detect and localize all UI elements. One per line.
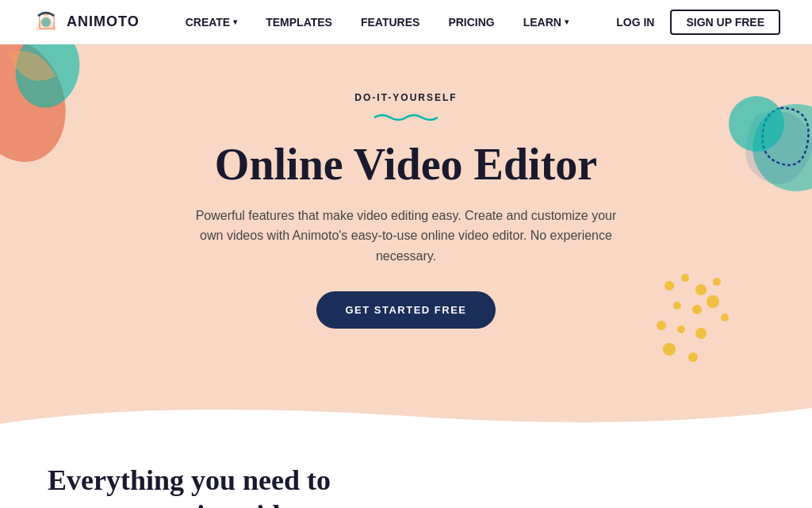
decorative-teal-circle <box>725 92 788 159</box>
svg-point-12 <box>707 295 719 308</box>
decorative-dots <box>653 270 733 368</box>
hero-title: Online Video Editor <box>0 140 812 190</box>
chevron-down-icon: ▾ <box>233 17 237 26</box>
svg-point-2 <box>41 17 51 27</box>
svg-point-17 <box>663 343 676 356</box>
login-button[interactable]: LOG IN <box>616 16 654 29</box>
nav-links: CREATE ▾ TEMPLATES FEATURES PRICING LEAR… <box>171 0 617 44</box>
hero-wave-decoration <box>0 110 812 128</box>
svg-point-10 <box>673 302 681 310</box>
brand-name: ANIMOTO <box>67 13 140 30</box>
svg-point-16 <box>695 328 707 339</box>
nav-create[interactable]: CREATE ▾ <box>171 0 252 44</box>
svg-point-13 <box>721 314 729 321</box>
get-started-button[interactable]: GET STARTED FREE <box>316 291 495 329</box>
nav-right: LOG IN SIGN UP FREE <box>616 10 780 35</box>
nav-templates[interactable]: TEMPLATES <box>251 0 347 44</box>
hero-subtitle: DO-IT-YOURSELF <box>0 92 812 103</box>
signup-button[interactable]: SIGN UP FREE <box>670 10 780 35</box>
svg-point-9 <box>713 278 721 286</box>
svg-point-18 <box>688 352 698 362</box>
wave-divider <box>0 392 812 424</box>
svg-point-8 <box>695 284 707 295</box>
nav-learn[interactable]: LEARN ▾ <box>509 0 583 44</box>
svg-point-6 <box>665 281 674 291</box>
svg-point-11 <box>692 305 702 314</box>
animoto-logo-icon <box>32 8 60 37</box>
svg-point-14 <box>657 321 666 330</box>
svg-point-15 <box>677 325 685 333</box>
hero-section: DO-IT-YOURSELF Online Video Editor Power… <box>0 44 812 392</box>
nav-features[interactable]: FEATURES <box>347 0 434 44</box>
nav-pricing[interactable]: PRICING <box>434 0 508 44</box>
svg-point-19 <box>729 96 784 152</box>
features-title: Everything you need to create stunning v… <box>48 464 381 508</box>
hero-description: Powerful features that make video editin… <box>184 206 628 267</box>
navigation: ANIMOTO CREATE ▾ TEMPLATES FEATURES PRIC… <box>0 0 812 44</box>
svg-point-7 <box>681 274 689 282</box>
chevron-down-icon: ▾ <box>565 17 569 26</box>
features-section: Everything you need to create stunning v… <box>0 424 812 508</box>
logo[interactable]: ANIMOTO <box>32 8 140 37</box>
